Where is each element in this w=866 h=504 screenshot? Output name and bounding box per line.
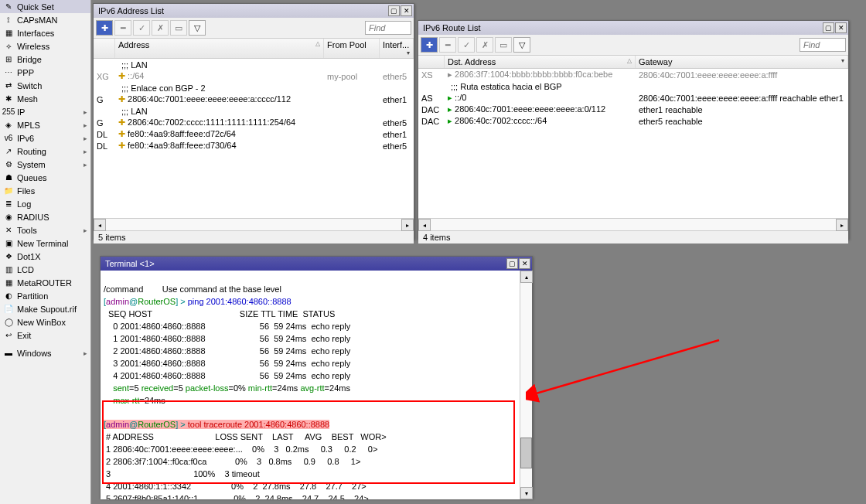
table-row[interactable]: XG✚ ::/64my-poolether5 (94, 70, 414, 82)
menu-icon: ◈ (3, 120, 14, 131)
close-button[interactable]: ✕ (835, 22, 847, 33)
sidebar-item-tools[interactable]: ✕Tools▸ (0, 223, 90, 237)
sidebar-item-exit[interactable]: ↩Exit (0, 329, 90, 342)
table-row[interactable]: G✚ 2806:40c:7001:eeee:eeee:eeee:a:cccc/1… (94, 94, 414, 105)
minimize-button[interactable]: ▢ (506, 258, 518, 269)
filter-button[interactable]: ▽ (189, 20, 206, 36)
sidebar-label: Dot1X (17, 252, 41, 261)
ipv6-route-window: IPv6 Route List ▢ ✕ ✚ ━ ✓ ✗ ▭ ▽ Dst. Add… (418, 20, 849, 240)
terminal-output[interactable]: /command Use command at the base level [… (101, 271, 520, 499)
col-flags[interactable] (418, 56, 445, 68)
sidebar-item-dot1x[interactable]: ❖Dot1X (0, 250, 90, 263)
sidebar-item-system[interactable]: ⚙System▸ (0, 158, 90, 171)
table-row[interactable]: AS▸ ::/02806:40c:7001:eeee:eeee:eeee:a:f… (418, 92, 848, 104)
table-row[interactable]: XS▸ 2806:3f7:1004:bbbb:bbbb:bbbb:f0ca:be… (418, 69, 848, 80)
sidebar-item-log[interactable]: ≣Log (0, 197, 90, 210)
term-line: /command Use command at the base level (104, 284, 281, 294)
col-address[interactable]: Address△ (115, 39, 324, 58)
col-dst[interactable]: Dst. Address△ (445, 56, 636, 68)
find-input[interactable] (800, 38, 846, 52)
sidebar-item-mpls[interactable]: ◈MPLS▸ (0, 118, 90, 131)
minimize-button[interactable]: ▢ (823, 22, 834, 33)
v-scrollbar[interactable]: ▴ ▾ (520, 271, 532, 499)
disable-button[interactable]: ✗ (476, 37, 493, 53)
sidebar-item-make-supout.rif[interactable]: 📄Make Supout.rif (0, 302, 90, 315)
titlebar[interactable]: Terminal <1> ▢ ✕ (101, 257, 532, 271)
close-button[interactable]: ✕ (401, 5, 412, 16)
enable-button[interactable]: ✓ (133, 20, 150, 36)
sidebar-label: RADIUS (17, 213, 49, 222)
sidebar-item-partition[interactable]: ◐Partition (0, 289, 90, 302)
sidebar-item-queues[interactable]: ☗Queues (0, 171, 90, 184)
term-line: 1 2001:4860:4860::8888 56 59 24ms echo r… (104, 334, 350, 343)
minimize-button[interactable]: ▢ (388, 5, 400, 16)
comment-row[interactable]: ;;; Enlace con BGP - 2 (94, 82, 414, 94)
sidebar-item-ipv6[interactable]: v6IPv6▸ (0, 131, 90, 145)
sidebar-label: New WinBox (17, 318, 66, 327)
sidebar-item-capsman[interactable]: ⟟CAPsMAN (0, 13, 90, 26)
sidebar-item-wireless[interactable]: ⟡Wireless (0, 39, 90, 53)
sidebar-item-files[interactable]: 📁Files (0, 184, 90, 197)
comment-row[interactable]: ;;; Ruta estatica hacia el BGP (418, 80, 848, 92)
sidebar-label: New Terminal (17, 239, 68, 248)
sidebar-item-mesh[interactable]: ✱Mesh (0, 92, 90, 105)
find-input[interactable] (365, 21, 411, 35)
remove-button[interactable]: ━ (439, 37, 456, 53)
sidebar-item-radius[interactable]: ◉RADIUS (0, 210, 90, 223)
col-interface[interactable]: Interf...▾ (380, 39, 414, 58)
titlebar[interactable]: IPv6 Address List ▢ ✕ (94, 4, 414, 18)
sidebar-item-new-winbox[interactable]: ◯New WinBox (0, 315, 90, 329)
sidebar-label: Files (17, 186, 35, 196)
menu-icon: ❖ (3, 251, 14, 262)
sidebar-item-new-terminal[interactable]: ▣New Terminal (0, 237, 90, 250)
sidebar-item-bridge[interactable]: ⊞Bridge (0, 53, 90, 66)
sidebar-label: Queues (17, 173, 47, 182)
toolbar: ✚ ━ ✓ ✗ ▭ ▽ (418, 35, 848, 56)
enable-button[interactable]: ✓ (458, 37, 475, 53)
menu-icon: ✱ (3, 94, 14, 104)
filter-button[interactable]: ▽ (513, 37, 530, 53)
table-row[interactable]: DAC▸ 2806:40c:7001:eeee:eeee:eeee:a:0/11… (418, 104, 848, 115)
remove-button[interactable]: ━ (114, 20, 131, 36)
table-body: ;;; LANXG✚ ::/64my-poolether5;;; Enlace … (94, 59, 414, 152)
scroll-up-icon[interactable]: ▴ (520, 271, 533, 283)
table-row[interactable]: DAC▸ 2806:40c:7002:cccc::/64ether5 reach… (418, 115, 848, 127)
scroll-right-icon[interactable]: ▸ (401, 219, 414, 231)
sidebar-item-metarouter[interactable]: ▦MetaROUTER (0, 276, 90, 289)
sidebar-item-ip[interactable]: 255IP▸ (0, 105, 90, 118)
sidebar-item-ppp[interactable]: ⋯PPP (0, 66, 90, 79)
sidebar-item-interfaces[interactable]: ▦Interfaces (0, 26, 90, 39)
menu-icon: ⚙ (3, 159, 14, 170)
titlebar[interactable]: IPv6 Route List ▢ ✕ (418, 21, 848, 35)
scroll-left-icon[interactable]: ◂ (418, 219, 431, 231)
h-scrollbar[interactable]: ◂ ▸ (418, 218, 848, 230)
sidebar-item-quick-set[interactable]: ✎Quick Set (0, 0, 90, 13)
col-pool[interactable]: From Pool (324, 39, 380, 58)
col-gateway[interactable]: Gateway▾ (636, 56, 848, 68)
comment-row[interactable]: ;;; LAN (94, 59, 414, 70)
sidebar-item-lcd[interactable]: ▥LCD (0, 263, 90, 276)
comment-button[interactable]: ▭ (495, 37, 512, 53)
h-scrollbar[interactable]: ◂ ▸ (94, 218, 414, 230)
menu-icon: ▥ (3, 264, 14, 275)
scroll-down-icon[interactable]: ▾ (520, 487, 533, 499)
add-button[interactable]: ✚ (421, 37, 438, 53)
sidebar-item-routing[interactable]: ↗Routing▸ (0, 145, 90, 158)
comment-row[interactable]: ;;; LAN (94, 105, 414, 117)
sidebar-label: Windows (17, 349, 52, 358)
scroll-right-icon[interactable]: ▸ (836, 219, 848, 231)
table-row[interactable]: G✚ 2806:40c:7002:cccc:1111:1111:1111:254… (94, 117, 414, 128)
disable-button[interactable]: ✗ (152, 20, 169, 36)
status-bar: 4 items (418, 230, 848, 243)
sidebar-item-windows[interactable]: ▬ Windows ▸ (0, 346, 90, 359)
table-row[interactable]: DL✚ fe80::4aa9:8aff:feee:d730/64ether5 (94, 140, 414, 152)
term-line: 3 2001:4860:4860::8888 56 59 24ms echo r… (104, 359, 350, 368)
comment-button[interactable]: ▭ (170, 20, 187, 36)
sidebar-item-switch[interactable]: ⇄Switch (0, 79, 90, 92)
scroll-left-icon[interactable]: ◂ (94, 219, 106, 231)
close-button[interactable]: ✕ (519, 258, 530, 269)
table-row[interactable]: DL✚ fe80::4aa9:8aff:feee:d72c/64ether1 (94, 128, 414, 140)
col-flags[interactable] (94, 39, 115, 58)
chevron-right-icon: ▸ (84, 226, 87, 234)
add-button[interactable]: ✚ (96, 20, 113, 36)
